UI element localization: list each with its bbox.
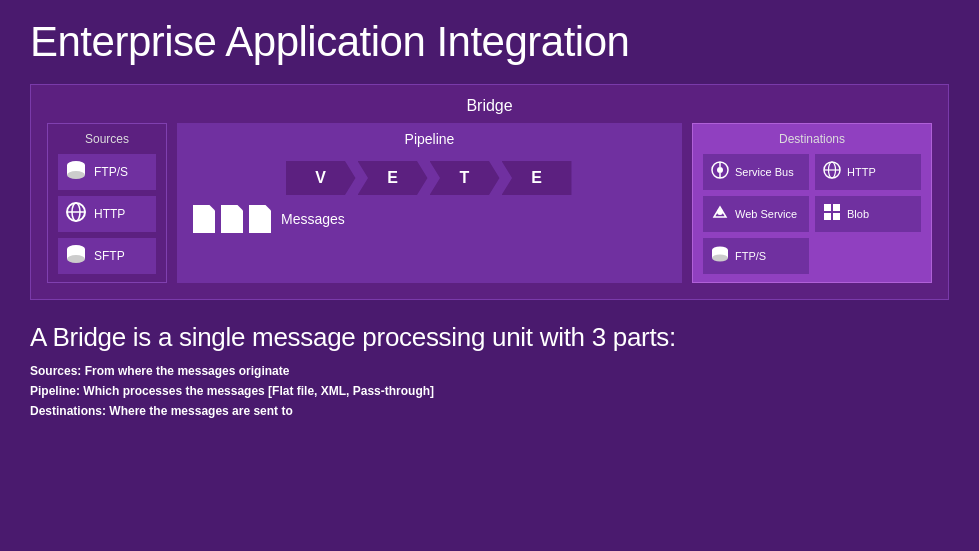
destinations-rest: Where the messages are sent to bbox=[106, 404, 293, 418]
destinations-title: Destinations bbox=[703, 132, 921, 146]
dest-http-icon bbox=[823, 161, 841, 183]
diagram-container: Bridge Sources FTP/S bbox=[30, 84, 949, 300]
destinations-grid: Service Bus HTTP bbox=[703, 154, 921, 274]
messages-label: Messages bbox=[281, 211, 345, 227]
svg-rect-20 bbox=[833, 213, 840, 220]
messages-row: Messages bbox=[189, 205, 670, 233]
diagram-inner: Sources FTP/S bbox=[47, 123, 932, 283]
message-icon-2 bbox=[221, 205, 243, 233]
destinations-term: Destinations: bbox=[30, 404, 106, 418]
source-item-ftps: FTP/S bbox=[58, 154, 156, 190]
bridge-label: Bridge bbox=[47, 97, 932, 115]
pipeline-rest: Which processes the messages [Flat file,… bbox=[80, 384, 434, 398]
pipeline-step-v: V bbox=[286, 161, 356, 195]
svg-point-16 bbox=[717, 209, 723, 215]
pipeline-step-e1: E bbox=[358, 161, 428, 195]
bottom-line-pipeline: Pipeline: Which processes the messages [… bbox=[30, 383, 949, 400]
sources-rest: From where the messages originate bbox=[81, 364, 289, 378]
svg-point-8 bbox=[67, 255, 85, 263]
message-icon-1 bbox=[193, 205, 215, 233]
sources-title: Sources bbox=[58, 132, 156, 146]
pipeline-panel: Pipeline V E T E Messages bbox=[177, 123, 682, 283]
message-icon-3 bbox=[249, 205, 271, 233]
svg-rect-17 bbox=[824, 204, 831, 211]
bottom-line-destinations: Destinations: Where the messages are sen… bbox=[30, 403, 949, 420]
blob-icon bbox=[823, 203, 841, 225]
svg-point-10 bbox=[717, 167, 723, 173]
dest-item-servicebus: Service Bus bbox=[703, 154, 809, 190]
dest-http-label: HTTP bbox=[847, 166, 876, 178]
ftps-label: FTP/S bbox=[94, 165, 128, 179]
dest-ftps-icon bbox=[711, 245, 729, 267]
pipeline-term: Pipeline: bbox=[30, 384, 80, 398]
pipeline-title: Pipeline bbox=[189, 131, 670, 147]
servicebus-label: Service Bus bbox=[735, 166, 794, 178]
sources-panel: Sources FTP/S bbox=[47, 123, 167, 283]
dest-item-http: HTTP bbox=[815, 154, 921, 190]
servicebus-icon bbox=[711, 161, 729, 183]
blob-label: Blob bbox=[847, 208, 869, 220]
sources-term: Sources: bbox=[30, 364, 81, 378]
bottom-line-sources: Sources: From where the messages origina… bbox=[30, 363, 949, 380]
svg-point-23 bbox=[712, 255, 728, 262]
pipeline-step-e2: E bbox=[502, 161, 572, 195]
dest-ftps-label: FTP/S bbox=[735, 250, 766, 262]
svg-rect-18 bbox=[833, 204, 840, 211]
svg-rect-19 bbox=[824, 213, 831, 220]
bottom-heading: A Bridge is a single message processing … bbox=[30, 322, 949, 353]
destinations-panel: Destinations Service Bus bbox=[692, 123, 932, 283]
dest-item-webservice: Web Service bbox=[703, 196, 809, 232]
ftps-icon bbox=[66, 160, 86, 185]
dest-item-ftps: FTP/S bbox=[703, 238, 809, 274]
bottom-details: Sources: From where the messages origina… bbox=[30, 363, 949, 419]
source-item-sftp: SFTP bbox=[58, 238, 156, 274]
svg-point-2 bbox=[67, 171, 85, 179]
http-icon bbox=[66, 202, 86, 227]
webservice-icon bbox=[711, 203, 729, 225]
page-title: Enterprise Application Integration bbox=[0, 0, 979, 76]
dest-item-blob: Blob bbox=[815, 196, 921, 232]
http-label: HTTP bbox=[94, 207, 125, 221]
bottom-section: A Bridge is a single message processing … bbox=[0, 308, 979, 419]
source-item-http: HTTP bbox=[58, 196, 156, 232]
sftp-label: SFTP bbox=[94, 249, 125, 263]
webservice-label: Web Service bbox=[735, 208, 797, 220]
sftp-icon bbox=[66, 244, 86, 269]
pipeline-steps: V E T E bbox=[189, 161, 670, 195]
pipeline-step-t: T bbox=[430, 161, 500, 195]
